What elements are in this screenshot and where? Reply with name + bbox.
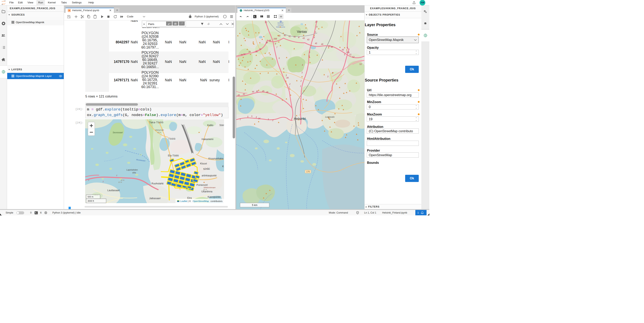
svg-text:Taka-Töölö: Taka-Töölö	[149, 121, 164, 124]
svg-text:48: 48	[330, 46, 333, 48]
svg-text:9: 9	[316, 26, 318, 28]
svg-text:OpenStreetMap: OpenStreetMap	[193, 200, 209, 202]
svg-text:5: 5	[346, 47, 348, 49]
svg-text:2: 2	[272, 119, 274, 121]
svg-text:Ruoholahti: Ruoholahti	[152, 182, 164, 185]
svg-text:4: 4	[256, 116, 257, 118]
svg-text:3: 3	[286, 74, 287, 76]
svg-text:47: 47	[328, 45, 330, 47]
svg-text:52: 52	[352, 56, 354, 58]
svg-text:5: 5	[308, 55, 310, 57]
svg-text:43: 43	[302, 37, 305, 39]
svg-text:18 m: 18 m	[157, 131, 161, 133]
svg-text:50a: 50a	[346, 51, 350, 53]
svg-text:8: 8	[314, 36, 315, 38]
svg-text:3: 3	[327, 75, 328, 78]
svg-text:1: 1	[240, 118, 241, 120]
svg-text:35: 35	[255, 50, 258, 53]
svg-text:Helsinki-: Helsinki-	[278, 22, 284, 24]
svg-text:Kaivopuisto: Kaivopuisto	[208, 196, 221, 198]
svg-text:sinki: sinki	[203, 167, 210, 170]
svg-text:53: 53	[360, 63, 362, 65]
svg-text:Tahtitorninmaen: Tahtitorninmaen	[204, 187, 216, 189]
svg-text:5: 5	[247, 116, 248, 118]
svg-text:44: 44	[252, 91, 254, 93]
svg-text:4: 4	[302, 64, 303, 66]
svg-text:Kluuvi: Kluuvi	[200, 162, 207, 165]
svg-text:| ©: | ©	[188, 200, 191, 202]
svg-text:5: 5	[251, 115, 252, 117]
svg-text:Punavuori: Punavuori	[196, 184, 208, 186]
svg-text:Kallio: Kallio	[207, 124, 214, 127]
svg-text:4: 4	[283, 68, 284, 70]
svg-text:6: 6	[279, 57, 280, 59]
svg-text:2: 2	[102, 181, 104, 183]
svg-text:40: 40	[278, 35, 280, 37]
svg-text:51: 51	[349, 53, 352, 56]
svg-text:2: 2	[288, 86, 290, 88]
svg-text:10: 10	[265, 21, 267, 23]
svg-text:38: 38	[269, 39, 271, 42]
svg-text:3000 ft: 3000 ft	[88, 200, 94, 202]
svg-text:siita: siita	[132, 171, 136, 174]
svg-text:2: 2	[289, 83, 290, 85]
svg-text:Vantaa: Vantaa	[297, 30, 307, 33]
svg-text:34: 34	[258, 117, 260, 120]
svg-text:3: 3	[332, 72, 333, 74]
svg-text:10: 10	[315, 21, 318, 23]
svg-text:1: 1	[88, 179, 89, 181]
svg-text:43: 43	[238, 94, 240, 96]
svg-text:Ullanlinna: Ullanlinna	[202, 190, 212, 193]
svg-text:contributors: contributors	[210, 200, 222, 202]
svg-text:Vantaan: Vantaan	[278, 24, 284, 26]
svg-text:41: 41	[288, 35, 290, 37]
svg-text:34: 34	[248, 51, 251, 53]
svg-text:Lapinlahden: Lapinlahden	[126, 169, 138, 171]
svg-text:3A: 3A	[286, 77, 289, 79]
svg-text:170: 170	[306, 170, 310, 173]
svg-text:Laajasalo: Laajasalo	[325, 116, 334, 118]
svg-text:4/: 4/	[298, 36, 300, 38]
svg-text:39B: 39B	[274, 38, 277, 40]
svg-text:45: 45	[256, 90, 258, 92]
svg-text:8: 8	[275, 43, 276, 45]
svg-text:38: 38	[266, 41, 268, 44]
svg-text:Etu-Töölö: Etu-Töölö	[168, 154, 179, 157]
svg-text:Seurasaari: Seurasaari	[113, 131, 123, 134]
svg-text:46: 46	[266, 91, 268, 93]
svg-text:45: 45	[262, 90, 264, 92]
svg-text:5: 5	[309, 51, 310, 53]
svg-text:9: 9	[315, 31, 316, 33]
svg-text:Mäntymäki: Mäntymäki	[155, 129, 164, 131]
svg-text:34: 34	[240, 54, 243, 56]
svg-text:5: 5	[344, 53, 345, 56]
svg-text:1: 1	[300, 85, 301, 87]
svg-text:Lauttasaari: Lauttasaari	[107, 189, 120, 192]
svg-text:43: 43	[307, 38, 310, 41]
svg-text:43: 43	[243, 93, 245, 95]
svg-text:7: 7	[276, 46, 278, 48]
svg-text:5 km: 5 km	[252, 204, 257, 207]
svg-text:2: 2	[300, 80, 302, 82]
svg-text:Helsinki: Helsinki	[294, 117, 306, 121]
svg-text:40: 40	[284, 34, 286, 36]
svg-text:500 m: 500 m	[88, 196, 93, 198]
svg-text:36: 36	[259, 48, 262, 50]
svg-text:2: 2	[116, 174, 117, 176]
svg-text:artinkaupunki: artinkaupunki	[202, 174, 216, 177]
svg-text:Töölö: Töölö	[168, 137, 176, 140]
svg-text:3: 3	[268, 118, 269, 120]
svg-text:45: 45	[315, 42, 317, 44]
svg-text:34: 34	[243, 53, 246, 55]
svg-text:Leaflet: Leaflet	[180, 200, 187, 202]
svg-text:31 m: 31 m	[203, 189, 207, 191]
svg-text:Jatkasaari: Jatkasaari	[149, 197, 161, 200]
svg-text:Sörn: Sörn	[220, 124, 224, 127]
svg-text:46: 46	[321, 43, 324, 45]
svg-text:49: 49	[342, 49, 344, 51]
svg-text:32 m: 32 m	[121, 179, 124, 181]
svg-text:K: K	[222, 165, 224, 168]
svg-text:12 m: 12 m	[118, 181, 122, 183]
svg-text:Hakaniemi: Hakaniemi	[202, 138, 213, 141]
svg-text:41: 41	[294, 36, 296, 38]
